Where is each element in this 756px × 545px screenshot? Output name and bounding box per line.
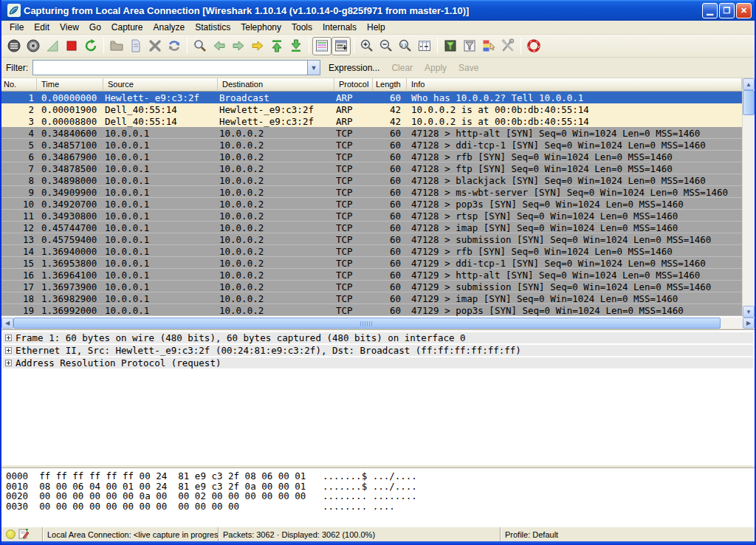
- packet-bytes-pane: 0000 ff ff ff ff ff ff 00 24 81 e9 c3 2f…: [1, 467, 755, 527]
- hex-line-1[interactable]: 0010 08 00 06 04 00 01 00 24 81 e9 c3 2f…: [6, 481, 750, 492]
- packet-row-10[interactable]: 100.3492070010.0.0.110.0.0.2TCP6047128 >…: [1, 198, 742, 210]
- scroll-down-icon[interactable]: ▼: [743, 306, 755, 318]
- menu-capture[interactable]: Capture: [106, 21, 148, 34]
- expander-plus-icon[interactable]: [5, 347, 12, 354]
- autoscroll-toggle-icon[interactable]: [331, 37, 351, 55]
- minimize-button[interactable]: ▁: [702, 3, 718, 18]
- hex-line-0[interactable]: 0000 ff ff ff ff ff ff 00 24 81 e9 c3 2f…: [6, 471, 750, 481]
- capture-filter-icon[interactable]: [441, 37, 460, 55]
- menu-internals[interactable]: Internals: [317, 21, 362, 34]
- scroll-up-icon[interactable]: ▲: [743, 78, 755, 90]
- restore-button[interactable]: ❐: [719, 3, 735, 18]
- expert-info-icon[interactable]: [6, 529, 16, 539]
- column-header-info[interactable]: Info: [407, 78, 742, 92]
- packet-row-18[interactable]: 181.3698290010.0.0.110.0.0.2TCP6047129 >…: [1, 292, 742, 304]
- packet-list-horizontal-scrollbar[interactable]: ◀ ▶: [1, 318, 755, 329]
- profile-text[interactable]: Profile: Default: [501, 527, 755, 541]
- list-interfaces-icon[interactable]: [4, 37, 24, 55]
- column-header-source[interactable]: Source: [103, 78, 218, 92]
- menu-edit[interactable]: Edit: [29, 21, 55, 34]
- reload-file-icon[interactable]: [165, 37, 184, 55]
- restart-capture-icon[interactable]: [81, 37, 100, 55]
- packet-row-14[interactable]: 141.3694000010.0.0.110.0.0.2TCP6047129 >…: [1, 245, 742, 257]
- packet-row-13[interactable]: 130.4575940010.0.0.110.0.0.2TCP6047128 >…: [1, 233, 742, 245]
- close-button[interactable]: ✕: [736, 3, 752, 18]
- packet-row-7[interactable]: 70.3487850010.0.0.110.0.0.2TCP6047128 > …: [1, 162, 742, 174]
- save-file-icon[interactable]: [126, 37, 145, 55]
- expression-button[interactable]: Expression...: [325, 61, 383, 75]
- menu-view[interactable]: View: [55, 21, 84, 34]
- packet-row-2[interactable]: 20.00001900Dell_40:55:14Hewlett-_e9:c3:2…: [1, 103, 742, 115]
- capture-comment-icon[interactable]: [18, 529, 29, 541]
- column-header-length[interactable]: Length: [373, 78, 407, 92]
- open-file-icon[interactable]: [107, 37, 126, 55]
- packet-row-6[interactable]: 60.3486790010.0.0.110.0.0.2TCP6047128 > …: [1, 151, 742, 162]
- filter-dropdown-arrow-icon[interactable]: ▼: [307, 61, 320, 75]
- packet-row-15[interactable]: 151.3695380010.0.0.110.0.0.2TCP6047129 >…: [1, 257, 742, 269]
- help-icon[interactable]: [524, 37, 543, 55]
- detail-row-0[interactable]: Frame 1: 60 bytes on wire (480 bits), 60…: [3, 332, 753, 343]
- go-to-packet-icon[interactable]: [248, 37, 267, 55]
- detail-row-2[interactable]: Address Resolution Protocol (request): [3, 357, 753, 369]
- window-bottom-border: [1, 541, 755, 545]
- coloring-rules-icon[interactable]: [479, 37, 498, 55]
- column-header-destination[interactable]: Destination: [218, 78, 334, 92]
- zoom-100-icon[interactable]: 1:1: [396, 37, 415, 55]
- menu-help[interactable]: Help: [362, 21, 391, 34]
- menu-file[interactable]: File: [4, 21, 29, 34]
- menu-analyze[interactable]: Analyze: [148, 21, 190, 34]
- colorize-toggle-icon[interactable]: [312, 37, 331, 55]
- packet-row-3[interactable]: 30.00008800Dell_40:55:14Hewlett-_e9:c3:2…: [1, 115, 742, 127]
- zoom-out-icon[interactable]: [377, 37, 396, 55]
- packet-row-9[interactable]: 90.3490990010.0.0.110.0.0.2TCP6047128 > …: [1, 186, 742, 198]
- packet-row-8[interactable]: 80.3489800010.0.0.110.0.0.2TCP6047128 > …: [1, 174, 742, 186]
- wireshark-window: Capturing from Local Area Connection [Wi…: [0, 0, 756, 545]
- packet-row-19[interactable]: 191.3699200010.0.0.110.0.0.2TCP6047129 >…: [1, 304, 742, 316]
- zoom-in-icon[interactable]: [357, 37, 377, 55]
- menu-go[interactable]: Go: [84, 21, 106, 34]
- column-header-protocol[interactable]: Protocol: [334, 78, 373, 92]
- close-file-icon[interactable]: [145, 37, 165, 55]
- clear-button[interactable]: Clear: [388, 61, 416, 75]
- go-to-top-icon[interactable]: [267, 37, 286, 55]
- expander-plus-icon[interactable]: [5, 335, 12, 341]
- hex-line-3[interactable]: 0030 00 00 00 00 00 00 00 00 00 00 00 00…: [6, 501, 750, 512]
- packet-row-11[interactable]: 110.3493080010.0.0.110.0.0.2TCP6047128 >…: [1, 210, 742, 222]
- scroll-left-icon[interactable]: ◀: [1, 318, 13, 329]
- filter-input[interactable]: [33, 61, 307, 75]
- go-forward-icon[interactable]: [229, 37, 248, 55]
- horizontal-scroll-track[interactable]: [13, 318, 743, 329]
- menu-statistics[interactable]: Statistics: [190, 21, 236, 34]
- find-packet-icon[interactable]: [190, 37, 210, 55]
- column-header-no[interactable]: No.: [1, 78, 37, 92]
- start-capture-icon[interactable]: [43, 37, 62, 55]
- packet-row-1[interactable]: 10.00000000Hewlett-_e9:c3:2fBroadcastARP…: [1, 92, 742, 103]
- packet-row-5[interactable]: 50.3485710010.0.0.110.0.0.2TCP6047128 > …: [1, 139, 742, 151]
- main-toolbar: 1:1: [1, 35, 755, 58]
- horizontal-scroll-thumb[interactable]: [13, 318, 721, 329]
- vertical-scroll-track[interactable]: [743, 90, 755, 306]
- packet-row-17[interactable]: 171.3697390010.0.0.110.0.0.2TCP6047129 >…: [1, 281, 742, 292]
- preferences-icon[interactable]: [498, 37, 518, 55]
- detail-row-1[interactable]: Ethernet II, Src: Hewlett-_e9:c3:2f (00:…: [3, 345, 753, 356]
- packet-row-16[interactable]: 161.3696410010.0.0.110.0.0.2TCP6047129 >…: [1, 269, 742, 281]
- column-header-time[interactable]: Time: [37, 78, 103, 92]
- go-back-icon[interactable]: [210, 37, 229, 55]
- packet-row-12[interactable]: 120.4574470010.0.0.110.0.0.2TCP6047128 >…: [1, 222, 742, 233]
- scroll-right-icon[interactable]: ▶: [743, 318, 755, 329]
- capture-options-icon[interactable]: [24, 37, 43, 55]
- resize-columns-icon[interactable]: [415, 37, 434, 55]
- packet-row-4[interactable]: 40.3484060010.0.0.110.0.0.2TCP6047128 > …: [1, 127, 742, 139]
- apply-button[interactable]: Apply: [421, 61, 450, 75]
- hex-line-2[interactable]: 0020 00 00 00 00 00 00 0a 00 00 02 00 00…: [6, 491, 750, 501]
- save-button[interactable]: Save: [455, 61, 482, 75]
- stop-capture-icon[interactable]: [62, 37, 81, 55]
- menu-telephony[interactable]: Telephony: [236, 21, 286, 34]
- expander-plus-icon[interactable]: [5, 360, 12, 366]
- go-to-bottom-icon[interactable]: [286, 37, 306, 55]
- vertical-scroll-thumb[interactable]: [743, 90, 755, 115]
- window-title: Capturing from Local Area Connection [Wi…: [24, 5, 702, 16]
- packet-list-vertical-scrollbar[interactable]: ▲ ▼: [742, 78, 755, 318]
- menu-tools[interactable]: Tools: [286, 21, 317, 34]
- display-filter-icon[interactable]: [460, 37, 479, 55]
